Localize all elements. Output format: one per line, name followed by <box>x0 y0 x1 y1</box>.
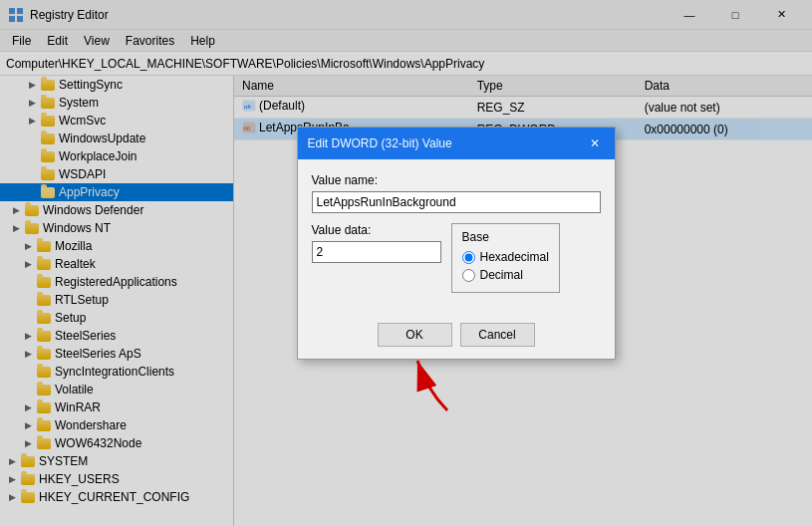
dialog-row: Value data: Base Hexadecimal Decimal <box>312 223 601 293</box>
base-label: Base <box>462 230 549 244</box>
dialog-title: Edit DWORD (32-bit) Value <box>308 136 452 150</box>
dialog-titlebar: Edit DWORD (32-bit) Value ✕ <box>298 128 615 159</box>
hexadecimal-radio[interactable] <box>462 251 475 264</box>
base-group: Base Hexadecimal Decimal <box>451 223 560 293</box>
arrow-annotation <box>368 351 467 418</box>
decimal-radio[interactable] <box>462 269 475 282</box>
value-name-input[interactable] <box>312 191 601 213</box>
value-name-label: Value name: <box>312 173 601 187</box>
dialog-overlay: Edit DWORD (32-bit) Value ✕ Value name: … <box>0 0 812 526</box>
ok-button[interactable]: OK <box>378 323 452 347</box>
hexadecimal-label[interactable]: Hexadecimal <box>480 250 549 264</box>
cancel-button[interactable]: Cancel <box>460 323 535 347</box>
dialog-body: Value name: Value data: Base Hexadecimal… <box>298 159 615 317</box>
dec-radio-row: Decimal <box>462 268 549 282</box>
dialog-footer: OK Cancel <box>298 317 615 359</box>
value-data-input[interactable] <box>312 241 441 263</box>
dialog-close-button[interactable]: ✕ <box>585 133 605 153</box>
decimal-label[interactable]: Decimal <box>480 268 523 282</box>
edit-dword-dialog: Edit DWORD (32-bit) Value ✕ Value name: … <box>297 127 616 360</box>
hex-radio-row: Hexadecimal <box>462 250 549 264</box>
value-data-section: Value data: <box>312 223 441 293</box>
value-data-label: Value data: <box>312 223 441 237</box>
